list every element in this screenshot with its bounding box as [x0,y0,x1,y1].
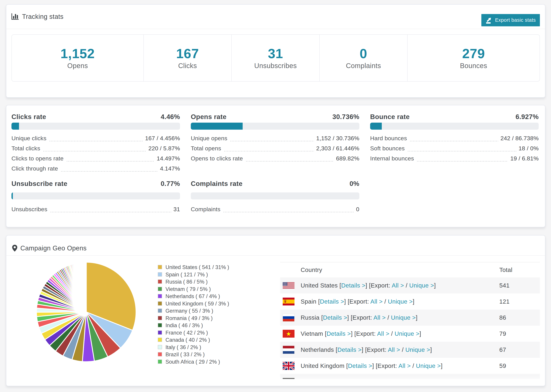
details-link[interactable]: Details > [341,282,366,289]
flag-column-header [280,262,301,277]
details-link[interactable]: Details > [320,298,344,305]
rate-row-label: Total opens [191,145,221,152]
export-unique-link[interactable]: Unique > [391,314,416,321]
stat-label: Bounces [460,62,487,70]
tracking-stats-card: Tracking stats Export basic stats 1,152O… [6,4,545,98]
country-cell: United Kingdom [Details >] [Export: All … [301,358,499,374]
legend-swatch [158,323,162,327]
rate-progress-track [370,123,539,130]
country-cell: Vietnam [Details >] [Export: All > / Uni… [301,326,499,342]
flag-cell [280,342,301,358]
legend-label: Vietnam ( 79 / 5% ) [165,286,211,292]
legend-label: France ( 42 / 2% ) [165,330,208,336]
rate-progress-track [191,192,359,199]
export-all-link[interactable]: All > [373,314,386,321]
rate-name: Complaints rate [191,180,242,188]
export-all-link[interactable]: All > [380,378,392,379]
rate-progress-track [191,123,359,130]
dotted-leader [417,161,508,162]
countries-header-row: CountryTotal [280,262,540,277]
country-name: Germany [301,378,326,379]
export-unique-link[interactable]: Unique > [397,378,422,379]
legend-item: France ( 42 / 2% ) [158,330,229,337]
legend-item: United Kingdom ( 59 / 3% ) [158,301,229,308]
bracket-open: [ [321,314,323,321]
legend-item: Germany ( 55 / 3% ) [158,308,229,315]
export-unique-link[interactable]: Unique > [405,346,430,353]
export-all-link[interactable]: All > [392,282,404,289]
legend-label: Canada ( 40 / 2% ) [165,337,210,343]
rate-row: Total clicks220 / 5.87% [11,145,180,155]
dotted-leader [410,141,498,141]
country-name: United States [301,282,338,289]
country-row-nl: Netherlands [Details >] [Export: All > /… [280,342,540,358]
stat-value: 31 [268,46,283,61]
legend-swatch [158,345,162,349]
legend-label: Russia ( 86 / 5% ) [165,279,208,285]
rate-row-value: 0 [356,206,359,213]
flag-cell [280,374,301,379]
bracket-close: ] [430,346,432,353]
export-all-link[interactable]: All > [370,298,383,305]
rate-row-value: 2,303 / 61.446% [316,145,359,152]
country-name: Netherlands [301,346,334,353]
country-cell: Spain [Details >] [Export: All > / Uniqu… [301,294,499,309]
details-link[interactable]: Details > [329,378,354,379]
export-all-link[interactable]: All > [399,362,411,369]
rate-progress-fill [11,192,13,199]
rate-progress-fill [191,123,243,130]
bracket-close: ] [441,362,443,369]
rate-row: Click through rate4.147% [11,165,180,175]
dotted-leader [50,212,171,212]
geo-chart-area: United States ( 541 / 31% )Spain ( 121 /… [11,256,275,383]
legend-swatch [158,287,162,291]
bracket-close: ] [419,330,421,337]
legend-item: Vietnam ( 79 / 5% ) [158,286,229,294]
dotted-leader [246,161,334,162]
export-unique-link[interactable]: Unique > [416,362,441,369]
export-all-link[interactable]: All > [377,330,389,337]
country-column-header: Country [301,262,499,277]
bracket-open: [ [339,282,341,289]
geo-pie-chart[interactable] [35,261,137,363]
flag-us-icon [283,282,295,289]
country-row-de: Germany [Details >] [Export: All > / Uni… [280,374,540,379]
legend-item: United States ( 541 / 31% ) [158,264,229,272]
bracket-open: [ [318,298,320,305]
campaign-geo-opens-card: Campaign Geo Opens United States ( 541 /… [6,235,545,386]
tracking-stats-title-text: Tracking stats [22,13,64,20]
rate-rows: Complaints0 [191,206,359,216]
link-separator: / [386,314,391,321]
details-link[interactable]: Details > [338,346,362,353]
rate-row-label: Hard bounces [370,135,407,142]
country-name: United Kingdom [301,362,345,369]
stat-label: Unsubscribes [254,62,297,70]
country-total: 55 [499,374,540,379]
legend-swatch [158,338,162,342]
export-unique-link[interactable]: Unique > [395,330,419,337]
pie-slice[interactable] [86,262,86,312]
rate-section-unsubscribe-rate: Unsubscribe rate0.77%Unsubscribes31 [11,180,180,216]
country-total: 79 [499,326,540,342]
country-row-us: United States [Details >] [Export: All >… [280,277,540,294]
details-link[interactable]: Details > [348,362,372,369]
country-row-vn: Vietnam [Details >] [Export: All > / Uni… [280,326,540,342]
legend-item: Brazil ( 33 / 2% ) [158,351,229,359]
legend-swatch [158,301,162,306]
stat-bounces: 279Bounces [408,35,540,81]
rate-row-value: 242 / 86.738% [501,135,539,142]
export-unique-link[interactable]: Unique > [409,282,434,289]
tracking-stats-header: Tracking stats Export basic stats [6,5,545,29]
rate-section-opens-rate: Opens rate30.736%Unique opens1,152 / 30.… [191,113,359,165]
legend-label: Spain ( 121 / 7% ) [165,272,208,278]
details-link[interactable]: Details > [327,330,351,337]
rates-grid: Clicks rate4.46%Unique clicks167 / 4.456… [6,105,545,175]
export-unique-link[interactable]: Unique > [388,298,413,305]
geo-legend: United States ( 541 / 31% )Spain ( 121 /… [158,264,229,366]
rate-row: Complaints0 [191,206,359,216]
details-link[interactable]: Details > [323,314,347,321]
rate-row-label: Click through rate [11,165,58,172]
export-basic-stats-button[interactable]: Export basic stats [481,14,540,26]
export-all-link[interactable]: All > [388,346,400,353]
rates-column: Opens rate30.736%Unique opens1,152 / 30.… [191,113,359,175]
